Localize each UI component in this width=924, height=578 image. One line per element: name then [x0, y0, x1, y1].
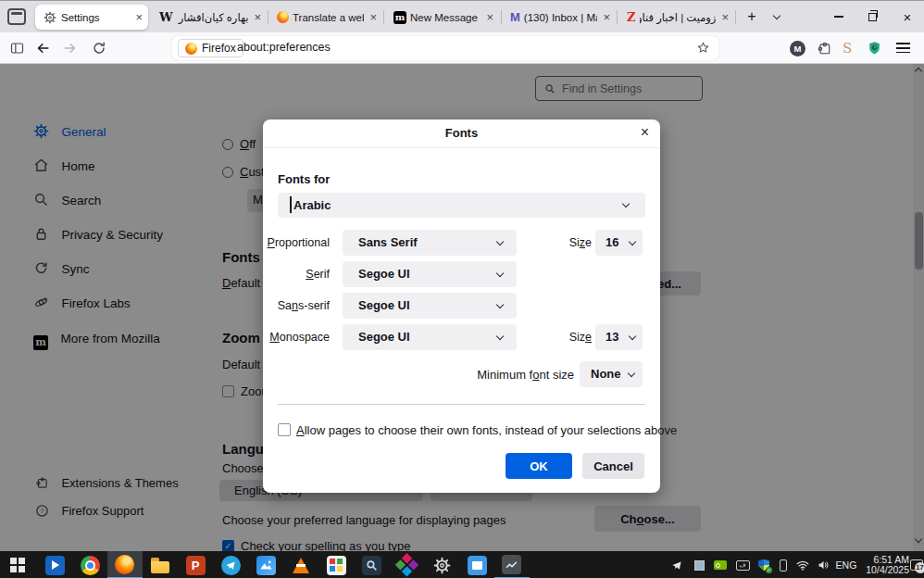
allow-pages-checkbox[interactable] — [278, 423, 291, 436]
list-tabs-button[interactable] — [774, 13, 780, 19]
monospace-size-label: Size — [569, 331, 592, 344]
tab-title: بهاره کیان‌افشار - وی — [177, 11, 249, 24]
taskbar-search-app[interactable] — [354, 551, 389, 578]
tab-new-message[interactable]: m New Message - Mo × — [386, 5, 499, 30]
serif-select[interactable]: Segoe UI — [343, 261, 517, 287]
tab-translate[interactable]: Translate a webpage × — [269, 5, 382, 30]
taskbar-photos[interactable] — [248, 551, 283, 578]
tab-zoomit[interactable]: Z زومیت | اخبار فناوری × — [619, 5, 734, 30]
shield-extension-icon[interactable] — [867, 40, 882, 57]
chevron-down-icon — [628, 370, 635, 377]
tray-wifi-icon[interactable] — [793, 551, 812, 578]
reload-button[interactable] — [92, 41, 106, 56]
taskbar-video-app[interactable] — [37, 551, 72, 578]
extension-s-icon[interactable]: S — [843, 40, 852, 57]
close-icon[interactable]: × — [135, 10, 143, 24]
zoomit-icon: Z — [627, 10, 636, 24]
tray-window-icon[interactable] — [691, 551, 707, 578]
taskbar-microsoft-store[interactable] — [318, 551, 354, 578]
chevron-down-icon — [773, 12, 780, 19]
chevron-down-icon — [496, 333, 504, 340]
text-cursor — [290, 196, 292, 213]
back-button[interactable] — [35, 41, 51, 56]
taskbar-monitor-app-active[interactable] — [494, 551, 530, 578]
tray-speaker-icon[interactable] — [815, 551, 831, 578]
minimize-button[interactable] — [826, 6, 852, 27]
close-icon[interactable]: × — [603, 10, 610, 24]
chevron-down-icon — [629, 238, 636, 245]
tab-wikipedia[interactable]: W بهاره کیان‌افشار - وی × — [152, 5, 267, 30]
bookmark-star-icon[interactable] — [696, 41, 710, 55]
close-icon[interactable]: × — [254, 10, 261, 24]
tab-title: Settings — [61, 12, 130, 23]
vlc-cone-icon — [293, 558, 309, 573]
tab-title: (130) Inbox | Masou — [524, 12, 598, 23]
tray-keyboard-indicator-icon[interactable]: ف — [733, 551, 752, 578]
proportional-label: Proportional — [268, 236, 330, 249]
minimum-font-size-select[interactable]: None — [580, 361, 643, 387]
extensions-puzzle-icon[interactable] — [817, 41, 832, 57]
close-icon[interactable]: × — [721, 10, 729, 24]
taskbar-firefox-active[interactable] — [107, 551, 143, 578]
dialog-title-divider — [263, 147, 660, 148]
forward-button[interactable] — [62, 41, 78, 56]
firefox-badge: Firefox — [178, 39, 243, 57]
proportional-size-select[interactable]: 16 — [595, 230, 643, 256]
tray-defender-icon[interactable]: ✓ — [755, 551, 773, 578]
extension-m-icon[interactable]: M — [790, 41, 805, 57]
tray-notifications[interactable]: 17 — [908, 551, 924, 578]
close-icon[interactable]: × — [369, 10, 377, 24]
new-tab-button[interactable]: + — [743, 7, 761, 26]
close-icon[interactable]: × — [486, 10, 493, 24]
tray-phone-icon[interactable] — [776, 551, 791, 578]
taskbar-vlc[interactable] — [283, 551, 318, 578]
tab-settings[interactable]: Settings × — [35, 5, 148, 30]
taskbar-powerpoint[interactable]: P — [178, 551, 213, 578]
notification-icon: 17 — [910, 559, 923, 571]
taskbar-blue-app[interactable] — [459, 551, 494, 578]
monospace-size-select[interactable]: 13 — [595, 324, 643, 350]
tray-date: 10/4/2025 — [859, 565, 909, 575]
monitor-graph-icon — [502, 555, 521, 574]
tab-title: زومیت | اخبار فناوری — [640, 11, 717, 24]
tray-nvidia-icon[interactable] — [711, 551, 730, 578]
mail-m-icon: m — [393, 11, 406, 24]
close-icon[interactable]: × — [641, 124, 649, 141]
store-icon — [327, 556, 346, 575]
close-window-button[interactable]: × — [894, 6, 920, 27]
monospace-select[interactable]: Segoe UI — [343, 324, 517, 350]
tray-clock[interactable]: 6:51 AM10/4/2025 — [859, 551, 909, 578]
sans-serif-select[interactable]: Segoe UI — [343, 293, 517, 319]
taskbar-file-explorer[interactable] — [143, 551, 178, 578]
taskbar-chrome[interactable] — [72, 551, 107, 578]
start-button[interactable] — [0, 551, 35, 578]
maximize-button[interactable] — [859, 6, 885, 27]
windows-logo-icon — [10, 558, 25, 572]
tab-inbox[interactable]: M (130) Inbox | Masou × — [503, 5, 616, 30]
windows-taskbar: P ف ✓ ENG 6:51 AM10/4/2025 17 — [0, 551, 924, 578]
sidebar-toggle-icon[interactable] — [9, 41, 25, 56]
blue-app-icon — [468, 556, 487, 575]
wikipedia-icon: W — [159, 10, 173, 24]
taskbar-settings[interactable] — [424, 551, 459, 578]
url-bar[interactable]: Firefox about:preferences — [172, 36, 718, 60]
monospace-label: Monospace — [269, 331, 330, 344]
telegram-icon — [221, 556, 241, 575]
firefox-view-button[interactable] — [7, 8, 26, 25]
gear-icon — [44, 11, 56, 24]
chevron-down-icon — [496, 301, 504, 308]
media-colorful-icon — [394, 553, 419, 578]
cancel-button[interactable]: Cancel — [582, 453, 644, 479]
photos-icon — [256, 556, 276, 575]
taskbar-media-app[interactable] — [389, 551, 424, 578]
menu-hamburger-icon[interactable] — [896, 43, 910, 53]
proportional-select[interactable]: Sans Serif — [343, 230, 517, 256]
chrome-icon — [81, 556, 100, 575]
badge-label: Firefox — [202, 42, 236, 55]
tray-language-indicator[interactable]: ENG — [834, 551, 858, 578]
fonts-language-select[interactable]: Arabic — [278, 193, 645, 218]
ok-button[interactable]: OK — [506, 453, 572, 479]
tray-telegram-icon[interactable] — [668, 551, 685, 578]
taskbar-telegram[interactable] — [213, 551, 248, 578]
search-monitor-icon — [362, 556, 381, 575]
